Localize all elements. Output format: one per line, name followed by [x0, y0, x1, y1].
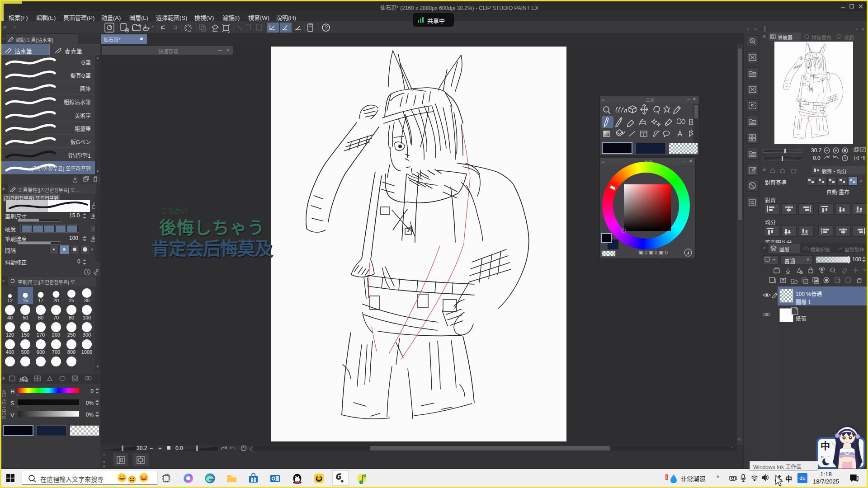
svg-text:中: 中 [821, 441, 830, 451]
